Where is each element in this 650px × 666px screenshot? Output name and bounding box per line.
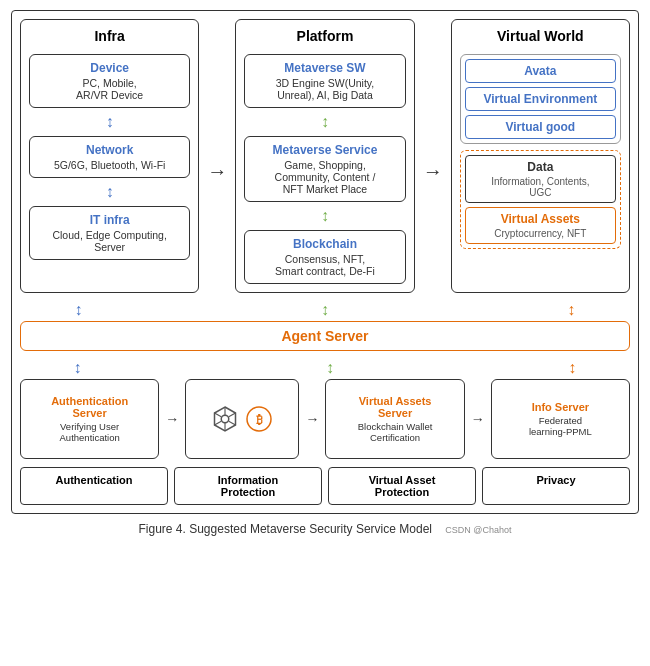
auth-server-up-arrow: ↕ [74, 359, 82, 377]
infra-arrow-2: ↕ [106, 184, 114, 200]
platform-arrow-2: ↕ [321, 208, 329, 224]
platform-arrow-1: ↕ [321, 114, 329, 130]
main-diagram: Infra Device PC, Mobile,AR/VR Device ↕ N… [11, 10, 639, 514]
metaverse-service-box: Metaverse Service Game, Shopping,Communi… [244, 136, 405, 202]
svg-line-5 [229, 421, 236, 425]
blockchain-title: Blockchain [253, 237, 396, 251]
assets-to-info-arrow: → [471, 411, 485, 427]
device-text: PC, Mobile,AR/VR Device [38, 77, 181, 101]
metaverse-service-text: Game, Shopping,Community, Content /NFT M… [253, 159, 396, 195]
auth-to-assets-arrow: → [165, 411, 179, 427]
infra-arrow-1: ↕ [106, 114, 114, 130]
device-title: Device [38, 61, 181, 75]
virtual-good-box: Virtual good [465, 115, 616, 139]
info-protection-label: InformationProtection [174, 467, 322, 505]
infra-down-arrow: ↕ [75, 301, 83, 319]
platform-title: Platform [297, 28, 354, 44]
virtual-asset-protection-label: Virtual AssetProtection [328, 467, 476, 505]
infra-platform-arrow: → [207, 19, 227, 293]
figure-caption: Figure 4. Suggested Metaverse Security S… [139, 522, 512, 536]
blockchain-text: Consensus, NFT,Smart contract, De-Fi [253, 253, 396, 277]
figure-caption-text: Figure 4. Suggested Metaverse Security S… [139, 522, 432, 536]
agent-server-title: Agent Server [29, 328, 621, 344]
privacy-label: Privacy [482, 467, 630, 505]
metaverse-service-title: Metaverse Service [253, 143, 396, 157]
svg-line-4 [215, 413, 222, 417]
infra-column: Infra Device PC, Mobile,AR/VR Device ↕ N… [20, 19, 199, 293]
svg-point-1 [222, 415, 230, 423]
virtual-world-column: Virtual World Avata Virtual Environment … [451, 19, 630, 293]
metaverse-sw-box: Metaverse SW 3D Engine SW(Unity,Unreal),… [244, 54, 405, 108]
bitcoin-icon: ₿ [244, 404, 274, 434]
device-box: Device PC, Mobile,AR/VR Device [29, 54, 190, 108]
virtual-assets-server-box: Virtual AssetsServer Blockchain WalletCe… [325, 379, 464, 459]
assets-server-up-arrow: ↕ [326, 359, 334, 377]
virtual-assets-title: Virtual Assets [472, 212, 609, 226]
bottom-server-row: AuthenticationServer Verifying UserAuthe… [20, 379, 630, 459]
metaverse-sw-title: Metaverse SW [253, 61, 396, 75]
svg-line-6 [229, 413, 236, 417]
avata-box: Avata [465, 59, 616, 83]
top-to-agent-arrows: ↕ ↕ ↕ [20, 301, 630, 319]
authentication-label: Authentication [20, 467, 168, 505]
virtual-assets-box: Virtual Assets Cryptocurrency, NFT [465, 207, 616, 244]
it-infra-box: IT infra Cloud, Edge Computing,Server [29, 206, 190, 260]
virtual-world-title: Virtual World [497, 28, 584, 44]
vw-top-group: Avata Virtual Environment Virtual good [460, 54, 621, 144]
it-infra-title: IT infra [38, 213, 181, 227]
crypto-icons-box: ₿ [185, 379, 299, 459]
virtual-assets-server-text: Blockchain WalletCertification [358, 421, 433, 443]
auth-server-box: AuthenticationServer Verifying UserAuthe… [20, 379, 159, 459]
metaverse-sw-text: 3D Engine SW(Unity,Unreal), AI, Big Data [253, 77, 396, 101]
data-box: Data Information, Contents,UGC [465, 155, 616, 203]
bottom-labels-row: Authentication InformationProtection Vir… [20, 467, 630, 505]
vw-bottom-group: Data Information, Contents,UGC Virtual A… [460, 150, 621, 249]
watermark: CSDN @Chahot [445, 525, 511, 535]
agent-server-section: Agent Server [20, 321, 630, 351]
platform-vw-arrow: → [423, 19, 443, 293]
auth-server-title: AuthenticationServer [51, 395, 128, 419]
crypto-to-assets-arrow: → [305, 411, 319, 427]
vw-down-arrow: ↕ [567, 301, 575, 319]
virtual-assets-server-title: Virtual AssetsServer [359, 395, 432, 419]
virtual-env-box: Virtual Environment [465, 87, 616, 111]
data-text: Information, Contents,UGC [472, 176, 609, 198]
info-server-text: Federatedlearning-PPML [529, 415, 592, 437]
svg-line-7 [215, 421, 222, 425]
network-text: 5G/6G, Bluetooth, Wi-Fi [38, 159, 181, 171]
info-server-title: Info Server [532, 401, 589, 413]
infra-title: Infra [94, 28, 124, 44]
virtual-assets-text: Cryptocurrency, NFT [472, 228, 609, 239]
data-title: Data [472, 160, 609, 174]
info-server-up-arrow: ↕ [568, 359, 576, 377]
it-infra-text: Cloud, Edge Computing,Server [38, 229, 181, 253]
svg-text:₿: ₿ [256, 413, 263, 427]
agent-to-server-arrows: ↕ ↕ ↕ [20, 359, 630, 377]
platform-column: Platform Metaverse SW 3D Engine SW(Unity… [235, 19, 414, 293]
blockchain-box: Blockchain Consensus, NFT,Smart contract… [244, 230, 405, 284]
top-section: Infra Device PC, Mobile,AR/VR Device ↕ N… [20, 19, 630, 293]
platform-down-arrow: ↕ [321, 301, 329, 319]
network-title: Network [38, 143, 181, 157]
auth-server-text: Verifying UserAuthentication [60, 421, 120, 443]
crypto-icons-container: ₿ [210, 404, 274, 434]
info-server-box: Info Server Federatedlearning-PPML [491, 379, 630, 459]
blockchain-icon [210, 404, 240, 434]
network-box: Network 5G/6G, Bluetooth, Wi-Fi [29, 136, 190, 178]
